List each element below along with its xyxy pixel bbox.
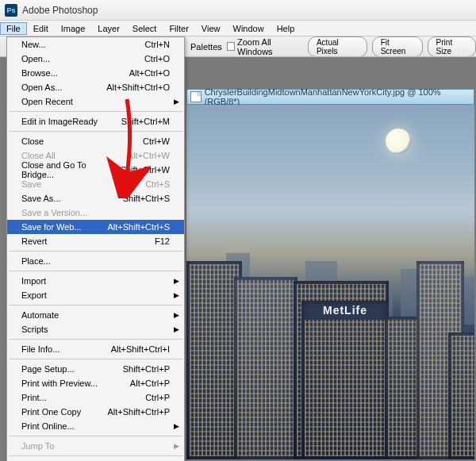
actual-pixels-button[interactable]: Actual Pixels (308, 36, 367, 57)
palettes-label: Palettes (190, 42, 222, 52)
chevron-right-icon: ▶ (174, 442, 179, 450)
menuitem-label: Import (21, 276, 46, 286)
skyline-graphic: MetLife (186, 247, 474, 459)
menuitem-import[interactable]: Import▶ (7, 274, 184, 288)
menuitem-label: Print with Preview... (21, 378, 98, 388)
menuitem-label: Print Online... (21, 421, 75, 431)
document-title: ChryslerBuildingMidtownManhattanNewYorkC… (205, 87, 470, 106)
menuitem-shortcut: Alt+Shift+Ctrl+I (111, 344, 170, 354)
menu-separator (9, 111, 182, 112)
menuitem-jump-to: Jump To▶ (7, 439, 184, 453)
menuitem-shortcut: Shift+Ctrl+S (123, 194, 170, 203)
menuitem-shortcut: Ctrl+O (144, 54, 170, 63)
window-titlebar: Ps Adobe Photoshop (0, 0, 476, 21)
menuitem-label: Export (21, 290, 47, 300)
menu-file[interactable]: File (0, 22, 27, 35)
menu-separator (9, 455, 182, 456)
menuitem-label: Print... (21, 393, 47, 402)
menu-separator (9, 339, 182, 340)
menuitem-print-online[interactable]: Print Online...▶ (7, 419, 184, 433)
menuitem-place[interactable]: Place... (7, 254, 184, 268)
chevron-right-icon: ▶ (174, 422, 179, 430)
menuitem-label: Page Setup... (21, 364, 75, 374)
chevron-right-icon: ▶ (174, 98, 179, 106)
menuitem-label: Save (21, 179, 41, 189)
menuitem-label: New... (21, 40, 46, 49)
menuitem-page-setup[interactable]: Page Setup...Shift+Ctrl+P (7, 362, 184, 376)
menu-separator (9, 131, 182, 132)
document-icon (190, 91, 202, 102)
print-size-button[interactable]: Print Size (428, 36, 476, 57)
menu-layer[interactable]: Layer (91, 22, 126, 35)
menuitem-new[interactable]: New...Ctrl+N (7, 37, 184, 52)
menuitem-shortcut: Ctrl+W (143, 136, 170, 146)
menuitem-label: Open... (21, 54, 50, 63)
menuitem-save-as[interactable]: Save As...Shift+Ctrl+S (7, 191, 184, 206)
menuitem-label: Print One Copy (21, 407, 81, 417)
file-menu-dropdown: New...Ctrl+NOpen...Ctrl+OBrowse...Alt+Ct… (6, 36, 185, 461)
menuitem-print[interactable]: Print...Ctrl+P (7, 390, 184, 405)
menu-help[interactable]: Help (271, 22, 301, 35)
menuitem-label: Jump To (21, 441, 54, 451)
document-titlebar[interactable]: ChryslerBuildingMidtownManhattanNewYorkC… (186, 89, 474, 105)
menu-edit[interactable]: Edit (27, 22, 55, 35)
menuitem-edit-in-imageready[interactable]: Edit in ImageReadyShift+Ctrl+M (7, 114, 184, 129)
menuitem-shortcut: Ctrl+P (145, 393, 170, 402)
menuitem-label: Browse... (21, 68, 58, 78)
menuitem-label: Save As... (21, 194, 61, 203)
menuitem-open-recent[interactable]: Open Recent▶ (7, 94, 184, 109)
menuitem-label: Scripts (21, 325, 48, 334)
menu-image[interactable]: Image (55, 22, 92, 35)
app-icon: Ps (5, 4, 17, 17)
menuitem-shortcut: Alt+Shift+Ctrl+O (106, 83, 170, 92)
menuitem-open[interactable]: Open...Ctrl+O (7, 52, 184, 66)
menuitem-export[interactable]: Export▶ (7, 288, 184, 302)
menuitem-label: Save a Version... (21, 208, 87, 217)
menu-separator (9, 436, 182, 436)
menuitem-shortcut: Shift+Ctrl+P (123, 364, 170, 374)
menuitem-label: Close All (21, 151, 56, 160)
chevron-right-icon: ▶ (174, 277, 179, 285)
menuitem-open-as[interactable]: Open As...Alt+Shift+Ctrl+O (7, 80, 184, 94)
menu-view[interactable]: View (195, 22, 227, 35)
menuitem-label: Place... (21, 256, 51, 266)
menuitem-label: Close (21, 136, 44, 146)
chevron-right-icon: ▶ (174, 325, 179, 333)
zoom-all-checkbox[interactable]: Zoom All Windows (227, 37, 303, 56)
fit-screen-button[interactable]: Fit Screen (372, 36, 423, 57)
menuitem-label: Revert (21, 236, 47, 246)
menuitem-label: Save for Web... (21, 222, 82, 232)
menuitem-revert[interactable]: RevertF12 (7, 234, 184, 248)
document-canvas[interactable]: MetLife (186, 105, 474, 459)
menuitem-file-info[interactable]: File Info...Alt+Shift+Ctrl+I (7, 342, 184, 356)
menuitem-browse[interactable]: Browse...Alt+Ctrl+O (7, 66, 184, 80)
menu-window[interactable]: Window (227, 22, 271, 35)
menuitem-print-one-copy[interactable]: Print One CopyAlt+Shift+Ctrl+P (7, 405, 184, 419)
metlife-sign: MetLife (301, 304, 389, 317)
menubar: File Edit Image Layer Select Filter View… (0, 21, 476, 36)
menuitem-shortcut: Alt+Ctrl+P (130, 378, 170, 388)
menuitem-save-for-web[interactable]: Save for Web...Alt+Shift+Ctrl+S (7, 220, 184, 234)
menuitem-close-and-go-to-bridge[interactable]: Close and Go To Bridge...Shift+Ctrl+W (7, 163, 184, 177)
menu-separator (9, 251, 182, 252)
menuitem-scripts[interactable]: Scripts▶ (7, 322, 184, 336)
menu-separator (9, 359, 182, 359)
menuitem-shortcut: Ctrl+N (145, 40, 170, 49)
menuitem-close[interactable]: CloseCtrl+W (7, 134, 184, 148)
menuitem-automate[interactable]: Automate▶ (7, 308, 184, 322)
menuitem-shortcut: Alt+Ctrl+O (129, 68, 170, 78)
menuitem-shortcut: F12 (155, 236, 170, 246)
menu-filter[interactable]: Filter (163, 22, 194, 35)
menuitem-label: Automate (21, 310, 59, 320)
menuitem-print-with-preview[interactable]: Print with Preview...Alt+Ctrl+P (7, 376, 184, 390)
menuitem-label: Edit in ImageReady (21, 117, 98, 126)
menuitem-save-a-version: Save a Version... (7, 206, 184, 220)
menuitem-label: Open As... (21, 83, 62, 92)
moon-graphic (386, 129, 411, 154)
menuitem-shortcut: Alt+Shift+Ctrl+P (107, 407, 170, 417)
window-title: Adobe Photoshop (22, 5, 98, 16)
menuitem-shortcut: Alt+Shift+Ctrl+S (107, 222, 170, 232)
chevron-right-icon: ▶ (174, 311, 179, 319)
menu-select[interactable]: Select (126, 22, 163, 35)
menuitem-shortcut: Alt+Ctrl+W (128, 151, 170, 160)
